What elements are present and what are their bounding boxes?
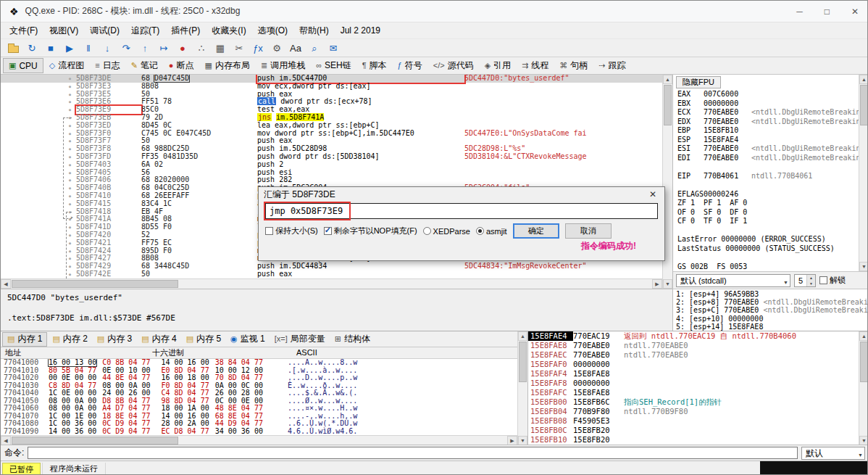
stop-button[interactable]: ■ xyxy=(42,40,59,56)
keep-size-checkbox[interactable]: 保持大小(S) xyxy=(265,226,318,236)
register-row[interactable]: ECX770EABE0<ntdll.DbgUiRemoteBreakin> xyxy=(677,108,859,117)
scroll-thumb[interactable] xyxy=(860,85,868,125)
minimize-button[interactable]: ─ xyxy=(796,7,803,17)
tab-notes[interactable]: ✎笔记 xyxy=(126,58,163,73)
menu-item-6[interactable]: 选项(O) xyxy=(252,23,293,38)
tab-symbols[interactable]: ƒ符号 xyxy=(393,58,427,73)
tab-graph[interactable]: ◇流程图 xyxy=(44,58,89,73)
trace-button[interactable]: ∴ xyxy=(193,40,210,56)
call-argument-row[interactable]: 4: [esp+10] 00000000 xyxy=(676,315,867,323)
tab-struct[interactable]: ⊞结构体 xyxy=(330,332,375,347)
run-button[interactable]: ▶ xyxy=(61,40,78,56)
tab-memory-3[interactable]: ▤内存 3 xyxy=(93,332,136,347)
register-row[interactable]: EDI770EABE0<ntdll.DbgUiRemoteBreakin> xyxy=(677,154,859,163)
open-file-button[interactable] xyxy=(4,40,22,56)
register-row[interactable]: EDX770EABE0<ntdll.DbgUiRemoteBreakin> xyxy=(677,117,859,127)
tab-trace[interactable]: ⇢跟踪 xyxy=(593,58,630,73)
stack-row[interactable]: 15E8FAF415E8FAE8 xyxy=(528,369,859,379)
calculator-button[interactable]: ƒx xyxy=(249,40,267,56)
dump-row[interactable]: 7704100016 00 13 00C0 8B 04 7714 00 16 0… xyxy=(1,359,517,367)
register-row[interactable]: EBP15E8FB10 xyxy=(677,126,859,136)
register-row[interactable]: LastError 00000000 (ERROR_SUCCESS) xyxy=(677,235,859,244)
tab-source[interactable]: </>源代码 xyxy=(428,58,479,73)
unlock-checkbox[interactable]: 解锁 xyxy=(819,275,846,286)
assemble-instruction-input[interactable] xyxy=(265,203,658,219)
dump-row[interactable]: 770410401C 0E 00 0024 00 26 00C4 8D 04 7… xyxy=(1,389,517,397)
tab-seh-chain[interactable]: ∞SEH链 xyxy=(311,58,356,73)
spin-down-icon[interactable]: ▼ xyxy=(807,281,815,286)
tab-log[interactable]: ≡日志 xyxy=(90,58,125,73)
tab-memory-1[interactable]: ▤内存 1 xyxy=(2,332,47,347)
register-row[interactable]: EIP770B4061ntdll.770B4061 xyxy=(677,172,859,181)
register-row[interactable]: ESP15E8FAE4 xyxy=(677,136,859,145)
register-row[interactable] xyxy=(677,253,859,263)
tab-memory-5[interactable]: ▤内存 5 xyxy=(182,332,225,347)
font-size-button[interactable]: Aa xyxy=(287,40,304,56)
command-profile-select[interactable]: 默认 ▼ xyxy=(801,447,865,460)
tab-handles[interactable]: ⌘句柄 xyxy=(554,58,593,73)
tab-memory-2[interactable]: ▤内存 2 xyxy=(48,332,91,347)
scroll-up-icon[interactable]: ▲ xyxy=(663,75,672,84)
stack-row[interactable]: 15E8FB1015E8FB20 xyxy=(528,435,859,445)
dump-row[interactable]: 770410801C 00 36 000C D9 04 7728 00 2A 0… xyxy=(1,420,517,428)
hide-fpu-button[interactable]: 隐藏FPU xyxy=(676,76,721,88)
register-row[interactable] xyxy=(677,226,859,236)
call-argument-row[interactable]: 3: [esp+C] 770EABE0 <ntdll.DbgUiRemoteBr… xyxy=(676,306,867,314)
disasm-row[interactable]: ●5D8F74036A 02push 2 xyxy=(1,161,662,169)
stack-row[interactable]: 15E8FB0015E8FB6C指向SEH_Record[1]的指针 xyxy=(528,397,859,407)
dump-horizontal-scrollbar[interactable]: ◀ ▶ xyxy=(1,435,517,445)
dialog-titlebar[interactable]: 汇编于 5D8F73DE ✕ xyxy=(259,187,664,202)
register-row[interactable]: OF 0 SF 0 DF 0 xyxy=(677,208,859,218)
menu-item-3[interactable]: 追踪(T) xyxy=(125,23,165,38)
register-row[interactable]: EAX007C6000 xyxy=(677,90,859,99)
command-input[interactable] xyxy=(28,447,798,459)
scroll-thumb[interactable] xyxy=(12,437,178,445)
spinner-arrows[interactable]: ▲▼ xyxy=(806,275,815,286)
dump-row[interactable]: 7704102000 0E 00 0044 8E 04 7716 00 18 0… xyxy=(1,374,517,382)
dump-row[interactable]: 7704109014 00 36 000C D9 04 77EC D8 04 7… xyxy=(1,428,517,436)
stack-row[interactable]: 15E8FAEC770EABE0ntdll.770EABE0 xyxy=(528,350,859,360)
scroll-thumb[interactable] xyxy=(664,85,672,125)
call-argument-row[interactable]: 5: [esp+14] 15E8FAE8 xyxy=(676,323,867,331)
asmjit-radio[interactable]: asmjit xyxy=(476,227,507,236)
stack-row[interactable]: 15E8FAE8770EABE0ntdll.770EABE0 xyxy=(528,341,859,350)
tab-watch-1[interactable]: ◉监视 1 xyxy=(226,332,270,347)
tab-locals[interactable]: [x=]局部变量 xyxy=(270,332,330,347)
registers-vertical-scrollbar[interactable]: ▲ ▼ xyxy=(859,75,868,271)
patch-button[interactable]: ✂ xyxy=(230,40,248,56)
register-row[interactable]: EBX00000000 xyxy=(677,99,859,109)
args-count-spinner[interactable]: 5 ▲▼ xyxy=(794,274,816,287)
scroll-left-icon[interactable]: ◀ xyxy=(1,279,11,289)
spin-up-icon[interactable]: ▲ xyxy=(807,275,815,281)
cancel-button[interactable]: 取消 xyxy=(565,223,612,239)
tab-call-stack[interactable]: ≣调用堆栈 xyxy=(256,58,310,73)
menu-item-4[interactable]: 插件(P) xyxy=(165,23,206,38)
scroll-down-icon[interactable]: ▼ xyxy=(663,279,672,289)
scroll-thumb[interactable] xyxy=(12,280,178,288)
step-out-button[interactable]: ↑ xyxy=(136,40,154,56)
memory-map-button[interactable]: ▦ xyxy=(212,40,229,56)
scroll-down-icon[interactable]: ▼ xyxy=(859,262,868,271)
scroll-up-icon[interactable]: ▲ xyxy=(859,331,868,341)
scroll-up-icon[interactable]: ▲ xyxy=(518,331,527,341)
menu-item-1[interactable]: 视图(V) xyxy=(43,23,84,38)
register-row[interactable]: ZF 1 PF 1 AF 0 xyxy=(677,199,859,208)
restart-button[interactable]: ↻ xyxy=(23,40,41,56)
menu-item-8[interactable]: Jul 2 2019 xyxy=(335,24,386,37)
menu-item-2[interactable]: 调试(D) xyxy=(84,23,125,38)
step-into-button[interactable]: ↓ xyxy=(99,40,116,56)
menu-item-0[interactable]: 文件(F) xyxy=(4,23,43,38)
call-argument-row[interactable]: 1: [esp+4] 96A59BB3 xyxy=(676,290,867,298)
tab-memory-4[interactable]: ▤内存 4 xyxy=(137,332,180,347)
stack-row[interactable]: 15E8FAFC15E8FAE8 xyxy=(528,388,859,397)
tab-memory-map[interactable]: ▦内存布局 xyxy=(200,58,255,73)
search-button[interactable]: ⌕ xyxy=(306,40,323,56)
register-row[interactable] xyxy=(677,181,859,190)
scroll-thumb[interactable] xyxy=(860,342,868,382)
disasm-horizontal-scrollbar[interactable]: ◀ ▶ xyxy=(1,278,662,289)
close-button[interactable]: ✕ xyxy=(851,7,859,17)
register-row[interactable]: CF 0 TF 0 IF 1 xyxy=(677,217,859,226)
tab-breakpoints[interactable]: ●断点 xyxy=(164,58,199,73)
stack-row[interactable]: 15E8FAF000000000 xyxy=(528,360,859,369)
tab-references[interactable]: ◈引用 xyxy=(480,58,516,73)
